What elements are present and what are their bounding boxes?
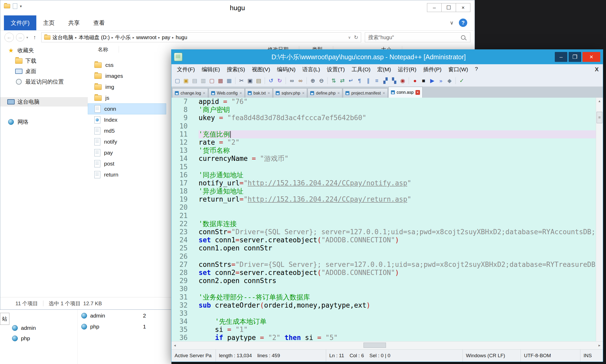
code-line[interactable]: 15	[171, 163, 596, 171]
menu-item[interactable]: 设置(T)	[324, 66, 348, 73]
explorer-minimize-button[interactable]: –	[427, 3, 442, 12]
refresh-icon[interactable]: ↻	[354, 34, 358, 40]
undo-icon[interactable]: ↺	[267, 77, 275, 85]
fragment-tree-item[interactable]: admin	[11, 323, 74, 333]
explorer-maximize-button[interactable]: ☐	[441, 3, 456, 12]
sidebar-item[interactable]: 这台电脑	[0, 97, 88, 107]
status-encoding[interactable]: UTF-8-BOM	[521, 350, 580, 362]
print-icon[interactable]: ▦	[225, 77, 233, 85]
code-line[interactable]: 10	[171, 122, 596, 130]
close-doc-icon[interactable]: ▢	[208, 77, 216, 85]
sync-horizontal-icon[interactable]: ⇄	[338, 77, 346, 85]
tab-close-icon[interactable]: ×	[239, 91, 242, 95]
close-all-icon[interactable]: ▩	[217, 77, 224, 85]
editor-area[interactable]: 7appid = "76"8'商户密钥9ukey = "fea8d48d3d78…	[171, 98, 603, 341]
menu-item[interactable]: 文件(F)	[174, 66, 198, 73]
ribbon-tab[interactable]: 查看	[86, 15, 112, 30]
zoom-in-icon[interactable]: ⊕	[309, 77, 317, 85]
menu-item[interactable]: 宏(M)	[374, 66, 394, 73]
explorer-titlebar[interactable]: ▾ hugu – ☐ ×	[0, 0, 475, 15]
ribbon-tab[interactable]: 文件(F)	[4, 15, 36, 30]
menu-item[interactable]: 视图(V)	[249, 66, 274, 73]
code-line[interactable]: 32sub createOrder(orderid,money,paytype,…	[171, 301, 596, 309]
word-wrap-icon[interactable]: ↵	[347, 77, 355, 85]
menu-item[interactable]: 编码(N)	[274, 66, 299, 73]
search-input[interactable]: 搜索"hugu"	[368, 34, 461, 41]
qat-folder-icon[interactable]	[4, 4, 10, 8]
scroll-right-icon[interactable]: ►	[596, 342, 603, 349]
cut-icon[interactable]: ✂	[238, 77, 245, 85]
column-header[interactable]: 名称	[98, 46, 119, 53]
ribbon-collapse-icon[interactable]: ∨	[450, 20, 454, 26]
tab-close-icon[interactable]: ×	[302, 91, 304, 95]
fragment-list-item[interactable]: admin2	[78, 310, 171, 321]
code-line[interactable]: 18'异步通知地址	[171, 187, 596, 195]
search-icon[interactable]	[461, 35, 465, 40]
sidebar-item[interactable]: 最近访问的位置	[0, 77, 88, 86]
file-row[interactable]: img	[88, 81, 166, 92]
fragment-tree-item[interactable]: php	[11, 333, 74, 344]
menu-item[interactable]: 运行(R)	[394, 66, 420, 73]
sidebar-item[interactable]: 下载	[0, 56, 88, 66]
code-line[interactable]: 27connStrs="Driver={SQL Server}; server=…	[171, 261, 596, 269]
status-insert-mode[interactable]: INS	[580, 350, 603, 362]
code-line[interactable]: 7appid = "76"	[171, 98, 596, 106]
menu-item[interactable]: 插件(P)	[420, 66, 445, 73]
qat-dropdown-icon[interactable]: ▾	[20, 4, 22, 9]
menu-item[interactable]: ?	[471, 66, 481, 73]
document-tab[interactable]: bak.txt×	[245, 88, 273, 98]
zoom-out-icon[interactable]: ⊖	[318, 77, 325, 85]
document-tab[interactable]: project.manifest×	[343, 88, 388, 98]
file-row[interactable]: notify	[88, 136, 166, 147]
monitor-icon[interactable]: ◉	[399, 77, 407, 85]
horizontal-scrollbar[interactable]: ◄ ►	[171, 341, 603, 349]
menu-item[interactable]: 编辑(E)	[198, 66, 223, 73]
tab-close-icon[interactable]: ×	[337, 91, 340, 95]
ribbon-tab[interactable]: 主页	[36, 15, 61, 30]
file-row[interactable]: md5	[88, 125, 166, 136]
play-macro-icon[interactable]: ▶	[428, 77, 436, 85]
up-button[interactable]: ↑	[30, 33, 39, 42]
doc-map-icon[interactable]: ▞	[382, 77, 389, 85]
help-button[interactable]: ?	[459, 19, 467, 27]
fragment-list-item[interactable]: php1	[78, 321, 171, 332]
search-box[interactable]: 搜索"hugu"	[365, 32, 470, 42]
breadcrumb-segment[interactable]: wwwroot	[135, 34, 158, 40]
run-multiple-icon[interactable]: »	[437, 77, 445, 85]
menu-item[interactable]: 窗口(W)	[445, 66, 471, 73]
code-line[interactable]: 35 si = "1"	[171, 326, 596, 334]
code-line[interactable]: 34 '先生成本地订单	[171, 318, 596, 326]
scroll-left-icon[interactable]: ◄	[171, 342, 178, 349]
code-line[interactable]: 14currencyName = "游戏币"	[171, 155, 596, 163]
sidebar-item[interactable]: 网络	[0, 117, 88, 127]
file-row[interactable]: js	[88, 92, 166, 103]
save-icon[interactable]: ▤	[191, 77, 199, 85]
code-line[interactable]: 11'充值比例	[171, 130, 596, 138]
file-row[interactable]: images	[88, 71, 166, 81]
notepad-close-button[interactable]: ×	[582, 52, 600, 62]
fragment-tab[interactable]: 站	[0, 313, 9, 325]
sync-vertical-icon[interactable]: ⇅	[330, 77, 338, 85]
vertical-scrollbar-thumb[interactable]: ≡	[597, 112, 602, 123]
breadcrumb-segment[interactable]: 牛小乐	[114, 34, 132, 41]
file-row[interactable]: conn	[88, 103, 166, 114]
code-line[interactable]: 36 if paytype = "2" then si = "5"	[171, 334, 596, 341]
scroll-up-icon[interactable]: ▲	[596, 98, 603, 104]
menu-item[interactable]: 搜索(S)	[223, 66, 249, 73]
replace-icon[interactable]: ∞	[297, 77, 304, 85]
document-tab[interactable]: Web.config×	[209, 88, 245, 98]
file-row[interactable]: pay	[88, 147, 166, 158]
code-line[interactable]: 26	[171, 253, 596, 261]
qat-new-item-icon[interactable]	[13, 3, 17, 9]
document-tab[interactable]: define.php×	[308, 88, 342, 98]
code-line[interactable]: 31'业务处理部分---将订单插入数据库	[171, 293, 596, 301]
code-line[interactable]: 17notify_url="http://152.136.204.224/CCp…	[171, 179, 596, 187]
record-macro-icon[interactable]: ●	[411, 77, 419, 85]
file-row[interactable]: Index	[88, 114, 166, 125]
file-browser-icon[interactable]: ▚	[390, 77, 398, 85]
sidebar-item[interactable]: 收藏夹	[0, 46, 88, 55]
menu-item[interactable]: 语言(L)	[299, 66, 324, 73]
stop-macro-icon[interactable]: ■	[420, 77, 428, 85]
breadcrumb-segment[interactable]: 本地磁盘 (D:)	[78, 34, 111, 41]
code-line[interactable]: 8'商户密钥	[171, 106, 596, 114]
